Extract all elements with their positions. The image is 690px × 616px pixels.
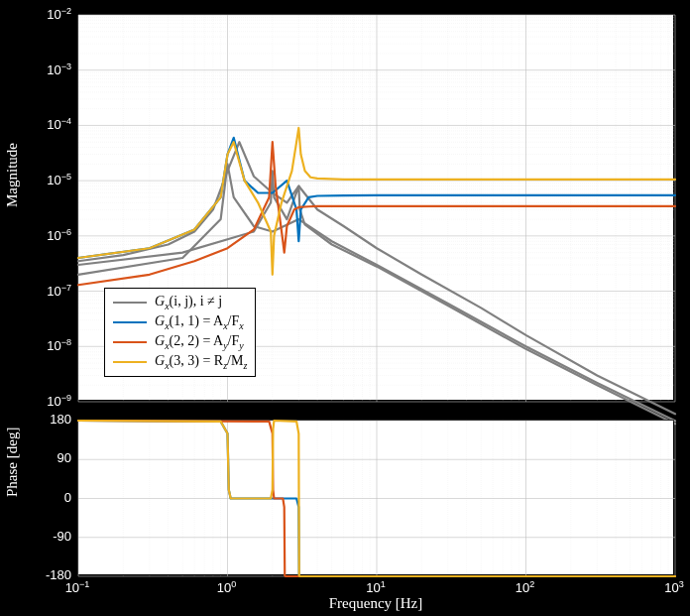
xtick: 102 <box>516 579 534 595</box>
ytick-phase: -90 <box>53 529 71 544</box>
ytick-mag: 10−8 <box>47 337 71 353</box>
ytick-phase: 90 <box>58 450 71 465</box>
phase-plot-svg <box>78 421 675 576</box>
legend-swatch-gray <box>113 302 147 304</box>
ytick-phase: 0 <box>64 490 71 505</box>
ylabel-phase: Phase [deg] <box>4 428 21 497</box>
ytick-mag: 10−6 <box>47 227 71 243</box>
legend-swatch-yellow <box>113 361 147 363</box>
xtick: 103 <box>664 579 683 595</box>
ytick-mag: 10−3 <box>47 62 71 77</box>
xlabel-frequency: Frequency [Hz] <box>329 595 423 612</box>
xtick: 10−1 <box>65 579 90 595</box>
legend-swatch-blue <box>113 321 147 323</box>
legend-row-g33: Gx(3, 3) = Rz/Mz <box>113 352 247 372</box>
ytick-mag: 10−5 <box>47 172 71 187</box>
legend-label-g11: Gx(1, 1) = Ax/Fx <box>155 313 244 331</box>
legend-row-offdiag: Gx(i, j), i ≠ j <box>113 293 247 312</box>
legend-swatch-orange <box>113 341 147 343</box>
legend-row-g11: Gx(1, 1) = Ax/Fx <box>113 312 247 332</box>
legend-label-g22: Gx(2, 2) = Ay/Fy <box>155 333 244 351</box>
ytick-mag: 10−7 <box>47 283 71 299</box>
legend-label-offdiag: Gx(i, j), i ≠ j <box>155 294 222 311</box>
ytick-phase: 180 <box>50 412 71 427</box>
xtick: 100 <box>217 579 236 595</box>
ytick-mag: 10−9 <box>47 393 71 409</box>
bode-figure: Magnitude Phase [deg] Frequency [Hz] 10−… <box>0 0 690 616</box>
ytick-mag: 10−4 <box>47 116 71 132</box>
ytick-mag: 10−2 <box>47 6 71 22</box>
ylabel-magnitude: Magnitude <box>4 143 21 207</box>
legend-row-g22: Gx(2, 2) = Ay/Fy <box>113 332 247 352</box>
phase-panel <box>77 420 674 575</box>
legend-label-g33: Gx(3, 3) = Rz/Mz <box>155 353 247 371</box>
legend: Gx(i, j), i ≠ j Gx(1, 1) = Ax/Fx Gx(2, 2… <box>104 288 256 377</box>
ph-grid <box>78 421 675 576</box>
xtick: 101 <box>366 579 385 595</box>
